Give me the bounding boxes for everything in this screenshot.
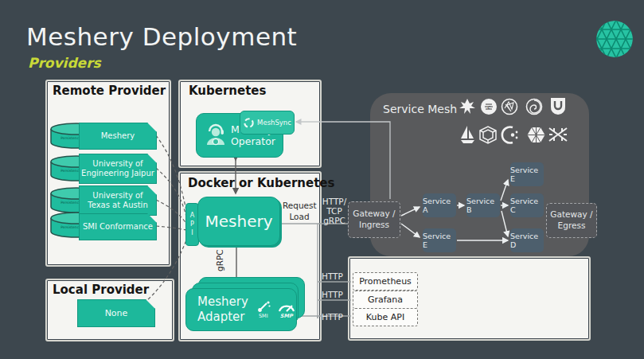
slide-canvas: Meshery Deployment Providers Remote Prov… bbox=[0, 0, 644, 359]
overlay-lines bbox=[0, 0, 644, 359]
service-traffic-arrows bbox=[401, 180, 508, 240]
meshsync-link bbox=[296, 122, 390, 199]
